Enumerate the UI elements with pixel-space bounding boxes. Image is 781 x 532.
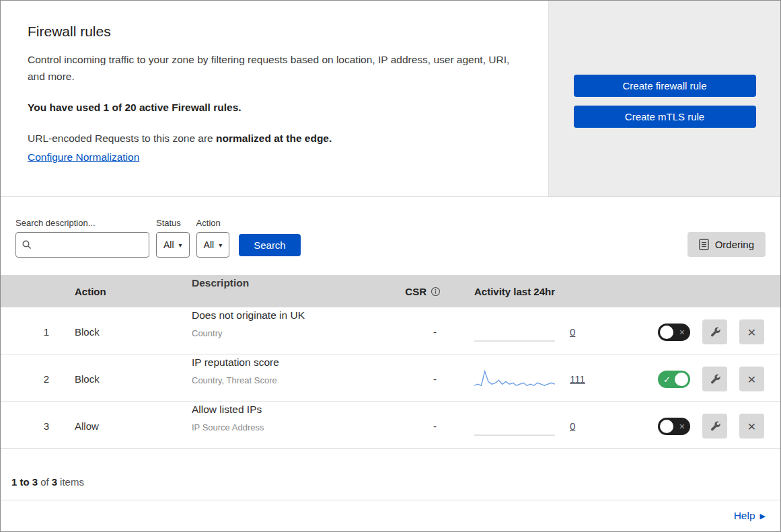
table-row: 1 Block Does not originate in UK Country… — [1, 307, 780, 354]
toggle-state-icon: ✓ — [663, 375, 671, 383]
create-firewall-rule-button[interactable]: Create firewall rule — [574, 75, 756, 97]
rule-number: 1 — [1, 326, 61, 338]
search-input[interactable] — [32, 239, 143, 251]
filter-bar: Search description... Status All ▾ Actio… — [1, 197, 780, 275]
actions-panel: Create firewall rule Create mTLS rule — [548, 1, 780, 196]
rule-description-cell: Does not originate in UK Country — [178, 307, 394, 341]
edit-rule-button[interactable] — [702, 319, 727, 344]
page-title: Firewall rules — [28, 24, 521, 40]
action-dropdown-value: All — [204, 239, 215, 250]
rule-csr: - — [394, 373, 454, 385]
items-total: 3 — [52, 476, 57, 488]
firewall-rules-page: Firewall rules Control incoming traffic … — [0, 0, 781, 532]
ordering-button-label: Ordering — [715, 239, 754, 250]
create-mtls-rule-button[interactable]: Create mTLS rule — [574, 106, 756, 128]
items-range: 1 to 3 — [11, 476, 38, 488]
rule-enabled-toggle[interactable]: × — [658, 324, 690, 341]
action-label: Action — [196, 218, 230, 228]
rule-criteria: Country, Threat Score — [192, 374, 394, 388]
close-icon: × — [747, 419, 755, 433]
ordering-icon — [699, 239, 709, 250]
column-csr-label: CSR — [405, 286, 426, 297]
wrench-icon — [709, 420, 721, 432]
wrench-icon — [709, 326, 721, 338]
rule-activity-cell: 0 — [454, 321, 616, 344]
column-csr: CSR — [394, 286, 454, 297]
rule-controls: × × — [616, 414, 780, 439]
rule-csr: - — [394, 326, 454, 338]
toggle-knob — [660, 326, 673, 339]
info-icon[interactable] — [431, 287, 441, 297]
toggle-knob — [675, 373, 688, 386]
close-icon: × — [747, 325, 755, 339]
search-box[interactable] — [15, 232, 149, 258]
column-activity: Activity last 24hr — [454, 286, 616, 297]
rule-criteria: IP Source Address — [192, 421, 394, 435]
table-header: Action Description CSR Activity last 24h… — [1, 275, 780, 307]
chevron-down-icon: ▾ — [179, 241, 182, 249]
rule-csr: - — [394, 420, 454, 432]
column-action: Action — [61, 286, 178, 297]
search-icon — [22, 239, 32, 250]
table-row: 2 Block IP reputation score Country, Thr… — [1, 354, 780, 402]
activity-sparkline — [474, 368, 555, 391]
rule-action: Allow — [61, 420, 178, 432]
rule-activity-cell: 111 — [454, 368, 616, 391]
header-text-panel: Firewall rules Control incoming traffic … — [1, 1, 548, 196]
activity-count-link[interactable]: 111 — [570, 373, 585, 385]
toggle-knob — [660, 420, 673, 433]
status-dropdown-value: All — [163, 239, 174, 250]
normalization-note: URL-encoded Requests to this zone are no… — [28, 132, 521, 145]
table-footer: 1 to 3of3items — [1, 449, 780, 500]
status-dropdown[interactable]: All ▾ — [156, 232, 190, 258]
activity-sparkline — [474, 415, 555, 438]
items-count-summary: 1 to 3of3items — [11, 476, 87, 488]
items-of: of — [40, 476, 49, 488]
normalization-bold-text: normalized at the edge. — [216, 132, 332, 144]
wrench-icon — [709, 373, 721, 385]
rule-controls: × × — [616, 319, 780, 344]
activity-count-link[interactable]: 0 — [570, 326, 575, 338]
rule-controls: ✓ × — [616, 367, 780, 391]
help-bar: Help ▶ — [1, 500, 780, 531]
rule-number: 2 — [1, 373, 61, 385]
ordering-button[interactable]: Ordering — [687, 232, 766, 257]
rule-action: Block — [61, 373, 178, 385]
help-link-label: Help — [734, 510, 755, 522]
status-label: Status — [156, 218, 190, 228]
activity-count-link[interactable]: 0 — [570, 420, 575, 432]
rule-description: IP reputation score — [192, 354, 394, 371]
rule-description: Allow listed IPs — [192, 402, 394, 418]
rule-enabled-toggle[interactable]: ✓ — [658, 371, 690, 388]
configure-normalization-link[interactable]: Configure Normalization — [28, 151, 139, 163]
rule-activity-cell: 0 — [454, 415, 616, 438]
status-filter-group: Status All ▾ — [156, 218, 190, 258]
arrow-right-icon: ▶ — [760, 512, 766, 521]
search-group: Search description... — [15, 218, 149, 258]
rule-enabled-toggle[interactable]: × — [658, 418, 690, 435]
chevron-down-icon: ▾ — [219, 241, 222, 249]
search-button[interactable]: Search — [239, 234, 301, 256]
delete-rule-button[interactable]: × — [739, 319, 764, 344]
search-label: Search description... — [15, 218, 149, 228]
edit-rule-button[interactable] — [702, 414, 727, 439]
edit-rule-button[interactable] — [702, 367, 727, 391]
rule-description-cell: IP reputation score Country, Threat Scor… — [178, 354, 394, 388]
items-label: items — [60, 476, 84, 488]
usage-summary: You have used 1 of 20 active Firewall ru… — [28, 102, 521, 114]
header-section: Firewall rules Control incoming traffic … — [1, 1, 780, 197]
delete-rule-button[interactable]: × — [739, 414, 764, 439]
action-dropdown[interactable]: All ▾ — [196, 232, 230, 258]
activity-sparkline — [474, 321, 555, 344]
table-row: 3 Allow Allow listed IPs IP Source Addre… — [1, 402, 780, 449]
action-filter-group: Action All ▾ — [196, 218, 230, 258]
rule-criteria: Country — [192, 327, 394, 341]
help-link[interactable]: Help ▶ — [734, 510, 766, 522]
close-icon: × — [747, 372, 755, 386]
column-description: Description — [178, 275, 394, 292]
rule-description: Does not originate in UK — [192, 307, 394, 324]
toggle-state-icon: × — [679, 328, 685, 337]
rule-description-cell: Allow listed IPs IP Source Address — [178, 402, 394, 435]
rule-action: Block — [61, 326, 178, 338]
delete-rule-button[interactable]: × — [739, 367, 764, 391]
